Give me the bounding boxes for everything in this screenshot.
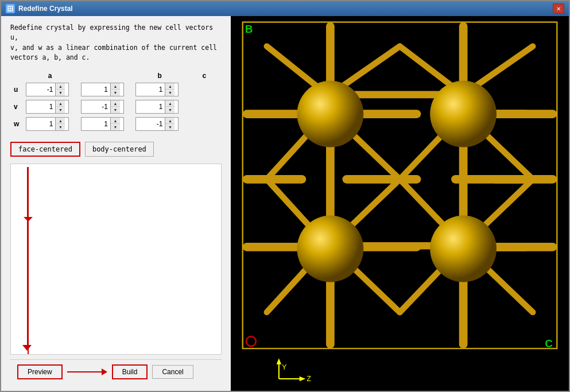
spinner-u-a[interactable]: ▲ ▼ xyxy=(26,83,69,96)
bottom-bar: Preview Build Cancel xyxy=(10,359,222,384)
svg-rect-42 xyxy=(490,175,557,184)
svg-rect-39 xyxy=(243,175,307,184)
matrix-row-u: u ▲ ▼ xyxy=(10,81,222,98)
spinner-w-b[interactable]: ▲ ▼ xyxy=(81,117,124,131)
svg-rect-10 xyxy=(487,110,557,118)
spin-up-w-c[interactable]: ▲ xyxy=(165,118,175,124)
content-area: Redefine crystal by expressing the new c… xyxy=(1,16,569,391)
spin-down-w-a[interactable]: ▼ xyxy=(56,124,65,130)
input-v-c[interactable] xyxy=(136,102,165,112)
spin-down-u-a[interactable]: ▼ xyxy=(56,90,65,96)
cell-w-a: ▲ ▼ xyxy=(22,115,77,133)
spinner-u-c[interactable]: ▲ ▼ xyxy=(135,83,179,96)
spin-down-u-b[interactable]: ▼ xyxy=(111,90,120,96)
main-window: Redefine Crystal ✕ Redefine crystal by e… xyxy=(0,0,570,392)
input-v-b[interactable] xyxy=(82,102,110,112)
spin-down-v-c[interactable]: ▼ xyxy=(165,107,175,113)
cell-v-c: ▲ ▼ xyxy=(132,98,187,115)
spinner-u-b[interactable]: ▲ ▼ xyxy=(81,83,124,96)
cell-w-b: ▲ ▼ xyxy=(77,115,133,133)
input-u-a[interactable] xyxy=(26,84,55,95)
spin-down-u-c[interactable]: ▼ xyxy=(165,90,175,96)
arrow-right-head xyxy=(102,368,107,375)
spin-down-w-c[interactable]: ▼ xyxy=(165,124,175,130)
spin-up-w-a[interactable]: ▲ xyxy=(56,118,65,124)
input-u-b[interactable] xyxy=(82,84,110,95)
body-centered-button[interactable]: body-centered xyxy=(85,142,154,157)
spin-up-u-c[interactable]: ▲ xyxy=(165,83,175,90)
matrix-row-v: v ▲ ▼ xyxy=(10,98,222,115)
input-w-a[interactable] xyxy=(26,119,55,129)
cell-u-b: ▲ ▼ xyxy=(77,81,133,98)
cell-w-c: ▲ ▼ xyxy=(132,115,187,133)
spin-up-v-a[interactable]: ▲ xyxy=(56,100,65,107)
svg-rect-14 xyxy=(487,243,557,251)
matrix-row-w: w ▲ ▼ xyxy=(10,115,222,133)
spin-up-u-a[interactable]: ▲ xyxy=(56,83,65,90)
build-button[interactable]: Build xyxy=(112,364,148,379)
spin-btns-w-a: ▲ ▼ xyxy=(55,118,65,130)
input-u-c[interactable] xyxy=(136,84,165,95)
spinner-v-b[interactable]: ▲ ▼ xyxy=(81,100,124,114)
input-w-c[interactable] xyxy=(136,119,165,129)
preview-area xyxy=(10,164,222,355)
col-header-b: b xyxy=(132,71,187,81)
svg-text:Z: Z xyxy=(307,375,311,383)
cell-u-a: ▲ ▼ xyxy=(22,81,77,98)
cell-u-c: ▲ ▼ xyxy=(132,81,187,98)
preview-arrow-svg xyxy=(11,164,221,354)
svg-rect-40 xyxy=(342,175,421,184)
title-bar: Redefine Crystal ✕ xyxy=(1,1,569,16)
spin-btns-u-a: ▲ ▼ xyxy=(55,83,65,96)
arrow-right-line xyxy=(67,371,102,372)
spin-down-v-a[interactable]: ▼ xyxy=(56,107,65,113)
preview-button[interactable]: Preview xyxy=(17,364,63,379)
svg-point-48 xyxy=(430,81,497,148)
row-label-w: w xyxy=(10,115,22,133)
col-header-a: a xyxy=(22,71,77,81)
preview-vertical-line xyxy=(27,167,28,348)
crystal-visualization: B C Y Z xyxy=(231,16,569,391)
svg-point-50 xyxy=(430,216,497,282)
spin-btns-v-c: ▲ ▼ xyxy=(165,100,175,113)
svg-text:Y: Y xyxy=(282,363,287,371)
right-panel: B C Y Z xyxy=(231,16,569,391)
spin-btns-v-b: ▲ ▼ xyxy=(110,100,120,113)
spin-btns-w-c: ▲ ▼ xyxy=(165,118,175,130)
left-panel: Redefine crystal by expressing the new c… xyxy=(1,16,231,391)
input-w-b[interactable] xyxy=(82,119,110,129)
title-bar-left: Redefine Crystal xyxy=(6,4,73,13)
spin-btns-w-b: ▲ ▼ xyxy=(110,118,120,130)
svg-marker-4 xyxy=(24,217,33,222)
spin-up-w-b[interactable]: ▲ xyxy=(111,118,120,124)
spin-up-v-c[interactable]: ▲ xyxy=(165,100,175,107)
cell-v-b: ▲ ▼ xyxy=(77,98,133,115)
description-text: Redefine crystal by expressing the new c… xyxy=(10,23,222,63)
spin-up-v-b[interactable]: ▲ xyxy=(111,100,120,107)
row-label-u: u xyxy=(10,81,22,98)
spinner-w-a[interactable]: ▲ ▼ xyxy=(26,117,69,131)
spinner-v-c[interactable]: ▲ ▼ xyxy=(135,100,179,114)
face-centered-button[interactable]: face-centered xyxy=(10,142,80,157)
label-B: B xyxy=(245,23,253,35)
title-controls: ✕ xyxy=(553,3,564,14)
svg-point-49 xyxy=(297,216,363,282)
cancel-button[interactable]: Cancel xyxy=(152,365,193,379)
spin-btns-u-c: ▲ ▼ xyxy=(165,83,175,96)
arrow-right-container xyxy=(67,368,107,375)
input-v-a[interactable] xyxy=(26,102,55,112)
close-button[interactable]: ✕ xyxy=(553,3,564,14)
col-header-c: c xyxy=(197,71,212,81)
spin-btns-u-b: ▲ ▼ xyxy=(110,83,120,96)
app-icon xyxy=(6,4,15,13)
window-title: Redefine Crystal xyxy=(18,5,73,13)
spin-down-w-b[interactable]: ▼ xyxy=(111,124,120,130)
row-label-v: v xyxy=(10,98,22,115)
preset-buttons-container: face-centered body-centered xyxy=(10,142,222,157)
spinner-v-a[interactable]: ▲ ▼ xyxy=(26,100,69,114)
svg-point-47 xyxy=(297,81,363,148)
spin-up-u-b[interactable]: ▲ xyxy=(111,83,120,90)
spinner-w-c[interactable]: ▲ ▼ xyxy=(135,117,179,131)
spin-down-v-b[interactable]: ▼ xyxy=(111,107,120,113)
preview-arrow-head xyxy=(22,345,32,351)
